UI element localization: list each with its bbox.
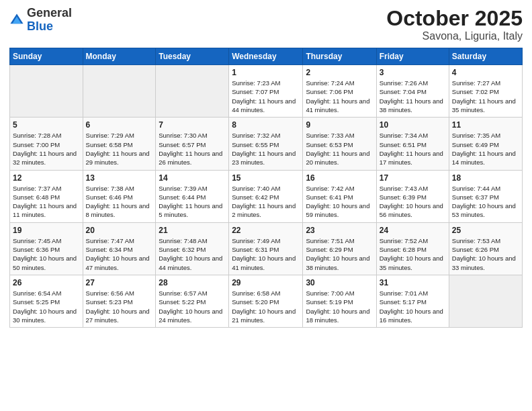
- calendar-cell: 20Sunrise: 7:47 AM Sunset: 6:34 PM Dayli…: [83, 222, 156, 275]
- calendar-cell: 16Sunrise: 7:42 AM Sunset: 6:41 PM Dayli…: [303, 170, 376, 222]
- day-info: Sunrise: 7:44 AM Sunset: 6:37 PM Dayligh…: [452, 184, 519, 220]
- calendar-cell: 3Sunrise: 7:26 AM Sunset: 7:04 PM Daylig…: [376, 65, 449, 118]
- day-info: Sunrise: 7:01 AM Sunset: 5:17 PM Dayligh…: [380, 289, 446, 324]
- day-info: Sunrise: 7:47 AM Sunset: 6:34 PM Dayligh…: [86, 236, 153, 272]
- day-info: Sunrise: 7:49 AM Sunset: 6:31 PM Dayligh…: [232, 236, 300, 272]
- logo-icon: [9, 13, 24, 28]
- calendar-week-0: 1Sunrise: 7:23 AM Sunset: 7:07 PM Daylig…: [10, 65, 523, 118]
- calendar-cell: 31Sunrise: 7:01 AM Sunset: 5:17 PM Dayli…: [376, 275, 449, 327]
- calendar-header-row: Sunday Monday Tuesday Wednesday Thursday…: [10, 48, 523, 65]
- day-info: Sunrise: 7:33 AM Sunset: 6:53 PM Dayligh…: [306, 131, 373, 167]
- calendar-cell: 25Sunrise: 7:53 AM Sunset: 6:26 PM Dayli…: [449, 222, 522, 275]
- header-tuesday: Tuesday: [156, 48, 229, 65]
- day-number: 1: [232, 68, 300, 77]
- day-number: 21: [159, 226, 226, 235]
- day-info: Sunrise: 7:35 AM Sunset: 6:49 PM Dayligh…: [452, 131, 519, 167]
- day-number: 19: [13, 226, 80, 235]
- title-block: October 2025 Savona, Liguria, Italy: [386, 7, 523, 42]
- calendar-cell: 18Sunrise: 7:44 AM Sunset: 6:37 PM Dayli…: [449, 170, 522, 222]
- calendar-title: October 2025: [386, 7, 523, 30]
- day-info: Sunrise: 7:00 AM Sunset: 5:19 PM Dayligh…: [306, 289, 373, 324]
- day-info: Sunrise: 7:40 AM Sunset: 6:42 PM Dayligh…: [232, 184, 300, 220]
- day-info: Sunrise: 7:53 AM Sunset: 6:26 PM Dayligh…: [452, 236, 519, 272]
- logo-blue: Blue: [27, 19, 53, 33]
- day-number: 11: [452, 120, 519, 130]
- header-wednesday: Wednesday: [229, 48, 303, 65]
- header-thursday: Thursday: [303, 48, 376, 65]
- day-number: 23: [306, 226, 373, 235]
- day-info: Sunrise: 7:34 AM Sunset: 6:51 PM Dayligh…: [380, 131, 446, 167]
- calendar-cell: 30Sunrise: 7:00 AM Sunset: 5:19 PM Dayli…: [303, 275, 376, 327]
- day-number: 2: [306, 68, 373, 77]
- day-number: 29: [232, 278, 300, 287]
- calendar-cell: 14Sunrise: 7:39 AM Sunset: 6:44 PM Dayli…: [156, 170, 229, 222]
- day-number: 7: [159, 120, 226, 130]
- day-number: 31: [380, 278, 446, 287]
- day-number: 17: [380, 173, 446, 183]
- calendar-cell: 29Sunrise: 6:58 AM Sunset: 5:20 PM Dayli…: [229, 275, 303, 327]
- calendar-cell: 1Sunrise: 7:23 AM Sunset: 7:07 PM Daylig…: [229, 65, 303, 118]
- day-number: 24: [380, 226, 446, 235]
- day-info: Sunrise: 7:27 AM Sunset: 7:02 PM Dayligh…: [452, 79, 519, 114]
- day-number: 16: [306, 173, 373, 183]
- day-info: Sunrise: 7:32 AM Sunset: 6:55 PM Dayligh…: [232, 131, 300, 167]
- day-number: 10: [380, 120, 446, 130]
- day-info: Sunrise: 7:26 AM Sunset: 7:04 PM Dayligh…: [380, 79, 446, 114]
- calendar-cell: 19Sunrise: 7:45 AM Sunset: 6:36 PM Dayli…: [10, 222, 83, 275]
- day-number: 5: [13, 120, 80, 130]
- day-info: Sunrise: 7:37 AM Sunset: 6:48 PM Dayligh…: [13, 184, 80, 220]
- calendar-week-2: 12Sunrise: 7:37 AM Sunset: 6:48 PM Dayli…: [10, 170, 523, 222]
- day-number: 28: [159, 278, 226, 287]
- logo: General Blue: [9, 7, 72, 34]
- day-number: 27: [86, 278, 153, 287]
- calendar-cell: 15Sunrise: 7:40 AM Sunset: 6:42 PM Dayli…: [229, 170, 303, 222]
- day-info: Sunrise: 7:29 AM Sunset: 6:58 PM Dayligh…: [86, 131, 153, 167]
- day-number: 3: [380, 68, 446, 77]
- day-info: Sunrise: 7:43 AM Sunset: 6:39 PM Dayligh…: [380, 184, 446, 220]
- calendar-week-1: 5Sunrise: 7:28 AM Sunset: 7:00 PM Daylig…: [10, 118, 523, 170]
- calendar-body: 1Sunrise: 7:23 AM Sunset: 7:07 PM Daylig…: [10, 65, 523, 328]
- calendar-cell: 8Sunrise: 7:32 AM Sunset: 6:55 PM Daylig…: [229, 118, 303, 170]
- logo-general: General: [27, 6, 72, 19]
- day-info: Sunrise: 6:58 AM Sunset: 5:20 PM Dayligh…: [232, 289, 300, 324]
- page: General Blue October 2025 Savona, Liguri…: [0, 0, 532, 411]
- day-number: 25: [452, 226, 519, 235]
- day-number: 8: [232, 120, 300, 130]
- calendar-cell: 10Sunrise: 7:34 AM Sunset: 6:51 PM Dayli…: [376, 118, 449, 170]
- calendar-subtitle: Savona, Liguria, Italy: [386, 30, 523, 42]
- day-info: Sunrise: 7:30 AM Sunset: 6:57 PM Dayligh…: [159, 131, 226, 167]
- header-saturday: Saturday: [449, 48, 522, 65]
- header-sunday: Sunday: [10, 48, 83, 65]
- calendar-table: Sunday Monday Tuesday Wednesday Thursday…: [9, 48, 523, 328]
- calendar-cell: 4Sunrise: 7:27 AM Sunset: 7:02 PM Daylig…: [449, 65, 522, 118]
- calendar-cell: 26Sunrise: 6:54 AM Sunset: 5:25 PM Dayli…: [10, 275, 83, 327]
- day-info: Sunrise: 7:24 AM Sunset: 7:06 PM Dayligh…: [306, 79, 373, 114]
- day-info: Sunrise: 6:54 AM Sunset: 5:25 PM Dayligh…: [13, 289, 80, 324]
- day-info: Sunrise: 7:51 AM Sunset: 6:29 PM Dayligh…: [306, 236, 373, 272]
- day-info: Sunrise: 7:42 AM Sunset: 6:41 PM Dayligh…: [306, 184, 373, 220]
- day-number: 26: [13, 278, 80, 287]
- day-info: Sunrise: 7:45 AM Sunset: 6:36 PM Dayligh…: [13, 236, 80, 272]
- calendar-week-4: 26Sunrise: 6:54 AM Sunset: 5:25 PM Dayli…: [10, 275, 523, 327]
- day-number: 20: [86, 226, 153, 235]
- calendar-cell: 11Sunrise: 7:35 AM Sunset: 6:49 PM Dayli…: [449, 118, 522, 170]
- calendar-cell: [83, 65, 156, 118]
- calendar-cell: 21Sunrise: 7:48 AM Sunset: 6:32 PM Dayli…: [156, 222, 229, 275]
- day-info: Sunrise: 7:48 AM Sunset: 6:32 PM Dayligh…: [159, 236, 226, 272]
- calendar-cell: 13Sunrise: 7:38 AM Sunset: 6:46 PM Dayli…: [83, 170, 156, 222]
- day-info: Sunrise: 6:57 AM Sunset: 5:22 PM Dayligh…: [159, 289, 226, 324]
- day-number: 22: [232, 226, 300, 235]
- day-info: Sunrise: 7:52 AM Sunset: 6:28 PM Dayligh…: [380, 236, 446, 272]
- day-number: 4: [452, 68, 519, 77]
- calendar-week-3: 19Sunrise: 7:45 AM Sunset: 6:36 PM Dayli…: [10, 222, 523, 275]
- day-number: 18: [452, 173, 519, 183]
- day-number: 30: [306, 278, 373, 287]
- logo-text: General Blue: [27, 7, 72, 34]
- calendar-cell: 5Sunrise: 7:28 AM Sunset: 7:00 PM Daylig…: [10, 118, 83, 170]
- calendar-cell: 12Sunrise: 7:37 AM Sunset: 6:48 PM Dayli…: [10, 170, 83, 222]
- day-number: 14: [159, 173, 226, 183]
- day-number: 12: [13, 173, 80, 183]
- day-info: Sunrise: 7:39 AM Sunset: 6:44 PM Dayligh…: [159, 184, 226, 220]
- calendar-cell: 7Sunrise: 7:30 AM Sunset: 6:57 PM Daylig…: [156, 118, 229, 170]
- calendar-cell: 2Sunrise: 7:24 AM Sunset: 7:06 PM Daylig…: [303, 65, 376, 118]
